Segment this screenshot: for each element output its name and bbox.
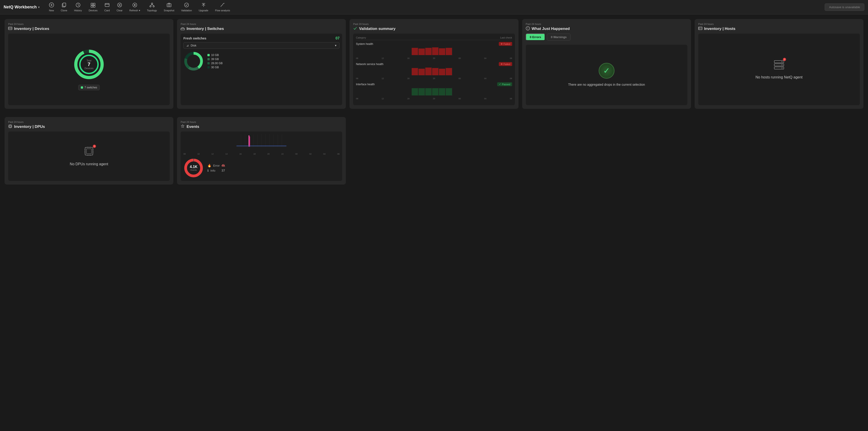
nav-devices[interactable]: Devices xyxy=(86,1,101,13)
network-health-status: ⊗ Failed xyxy=(499,62,512,66)
hosts-message: No hosts running NetQ agent xyxy=(755,75,802,80)
card-switches-time: Past 24 hours xyxy=(181,23,342,25)
wjh-warnings-tab[interactable]: 0 Warnings xyxy=(547,34,570,41)
legend-28gb-color xyxy=(208,62,210,64)
network-health-time-labels: 08121620000408 xyxy=(356,77,512,79)
svg-point-18 xyxy=(150,6,151,7)
legend-28gb-label: 28.00 GB xyxy=(211,62,223,65)
nav-clone[interactable]: Clone xyxy=(58,1,70,13)
nav-new-label: New xyxy=(49,9,54,12)
events-info-label: Info xyxy=(210,169,220,172)
system-health-time-labels: 08121620000408 xyxy=(356,57,512,59)
card-switches-header: Past 24 hours Inventory | Switches xyxy=(181,23,342,31)
events-bottom: 4.1K Events 🔥 Error 4k ℹ Info 37 xyxy=(183,158,340,178)
card-wjh: Past 24 hours What Just Happened 0 Error… xyxy=(522,19,691,109)
interface-health-status: ✓ Passed xyxy=(497,82,512,86)
svg-rect-22 xyxy=(167,4,171,7)
card-wjh-title: What Just Happened xyxy=(526,26,687,31)
upgrade-icon xyxy=(201,2,206,8)
interface-health-sparkline xyxy=(356,87,512,96)
svg-rect-98 xyxy=(87,149,91,154)
clone-icon xyxy=(62,2,66,8)
wjh-message: There are no aggregated drops in the cur… xyxy=(568,82,645,87)
devices-card-icon xyxy=(8,26,12,31)
error-fire-icon: 🔥 xyxy=(208,164,211,167)
events-total-count: 4.1K xyxy=(190,165,197,169)
brand-dropdown-arrow[interactable]: ▾ xyxy=(38,6,39,9)
legend-item-28gb: 28.00 GB xyxy=(208,62,223,65)
events-error-value: 4k xyxy=(221,164,225,167)
filter-icon: ⊿ xyxy=(186,44,189,47)
svg-rect-58 xyxy=(446,68,452,75)
card-dpus-time: Past 24 hours xyxy=(8,121,170,123)
dpu-chip-icon xyxy=(83,145,95,157)
autosave-button[interactable]: Autosave is unavailable xyxy=(825,3,864,11)
nav-flow-analysis[interactable]: Flow analysis xyxy=(212,1,233,13)
validation-row-system: System health ⊗ Failed xyxy=(356,42,512,59)
card-switches: Past 24 hours Inventory | Switches Fresh… xyxy=(177,19,346,109)
svg-point-89 xyxy=(781,64,782,65)
svg-point-23 xyxy=(168,4,170,6)
nav-clear[interactable]: Clear xyxy=(114,1,126,13)
card-hosts-header: Past 24 hours Inventory | Hosts xyxy=(698,23,860,31)
validation-row-network-header: Network service health ⊗ Failed xyxy=(356,62,512,66)
svg-rect-45 xyxy=(446,48,452,55)
brand[interactable]: NetQ Workbench ▾ xyxy=(4,5,39,9)
svg-rect-54 xyxy=(418,69,425,75)
card-dpus-title-text: Inventory | DPUs xyxy=(14,125,45,129)
svg-rect-92 xyxy=(9,126,11,127)
legend-39gb-color xyxy=(208,58,210,60)
nav-card-label: Card xyxy=(104,9,110,12)
card-events-body: 08 10 12 14 16 18 20 22 00 02 04 06 xyxy=(181,132,342,181)
svg-line-20 xyxy=(151,4,152,6)
nav-validation[interactable]: Validation xyxy=(178,1,195,13)
events-error-label: Error xyxy=(213,164,220,167)
svg-rect-91 xyxy=(9,125,11,128)
events-error-item: 🔥 Error 4k xyxy=(208,164,225,167)
disk-filter-dropdown[interactable]: ⊿ Disk ▾ xyxy=(183,42,340,49)
legend-item-39gb: 39 GB xyxy=(208,58,223,61)
events-donut: 4.1K Events xyxy=(183,158,204,178)
nav-snapshot[interactable]: Snapshot xyxy=(161,1,178,13)
events-legend: 🔥 Error 4k ℹ Info 37 xyxy=(208,164,225,172)
card-events-header: Past 24 hours Events xyxy=(181,121,342,129)
passed-icon: ✓ xyxy=(499,83,501,86)
validation-icon xyxy=(184,2,189,8)
card-wjh-title-text: What Just Happened xyxy=(532,27,570,31)
fresh-switches-count: 07 xyxy=(336,36,340,40)
wjh-errors-tab[interactable]: 0 Errors xyxy=(526,34,545,41)
card-dpus: Past 24 hours Inventory | DPUs xyxy=(4,117,174,185)
card-wjh-header: Past 24 hours What Just Happened xyxy=(526,23,687,31)
svg-rect-4 xyxy=(63,3,66,6)
validation-col1: Category xyxy=(356,36,366,39)
svg-point-19 xyxy=(153,6,154,7)
svg-rect-27 xyxy=(8,27,12,30)
svg-rect-69 xyxy=(432,88,438,95)
nav-upgrade[interactable]: Upgrade xyxy=(196,1,212,13)
network-health-label: Network service health xyxy=(356,63,383,66)
new-icon xyxy=(49,2,54,8)
nav-new[interactable]: New xyxy=(46,1,57,13)
nav-clone-label: Clone xyxy=(61,9,67,12)
card-validation-title-text: Validation summary xyxy=(359,27,396,31)
svg-rect-8 xyxy=(91,5,93,7)
card-validation-header: Past 24 hours Validation summary xyxy=(353,23,515,31)
dpu-alert-badge: ! xyxy=(93,145,96,148)
events-chart-svg xyxy=(183,134,340,150)
svg-rect-125 xyxy=(237,145,286,146)
hosts-card-icon xyxy=(698,26,702,31)
nav-topology[interactable]: Topology xyxy=(144,1,160,13)
nav-card[interactable]: Card xyxy=(101,1,113,13)
card-hosts-title-text: Inventory | Hosts xyxy=(704,27,736,31)
svg-line-21 xyxy=(152,4,154,6)
validation-row-network: Network service health ⊗ Failed xyxy=(356,62,512,79)
devices-legend-label: 7 switches xyxy=(85,86,97,89)
nav-history[interactable]: History xyxy=(71,1,85,13)
nav-refresh-label: Refresh ▾ xyxy=(129,9,140,12)
dpus-card-icon xyxy=(8,124,12,129)
svg-point-80 xyxy=(528,29,528,29)
nav-flow-analysis-label: Flow analysis xyxy=(215,9,230,12)
nav-clear-label: Clear xyxy=(117,9,123,12)
nav-refresh[interactable]: Refresh ▾ xyxy=(126,1,144,14)
devices-donut: Total 7 Devices xyxy=(73,48,105,80)
